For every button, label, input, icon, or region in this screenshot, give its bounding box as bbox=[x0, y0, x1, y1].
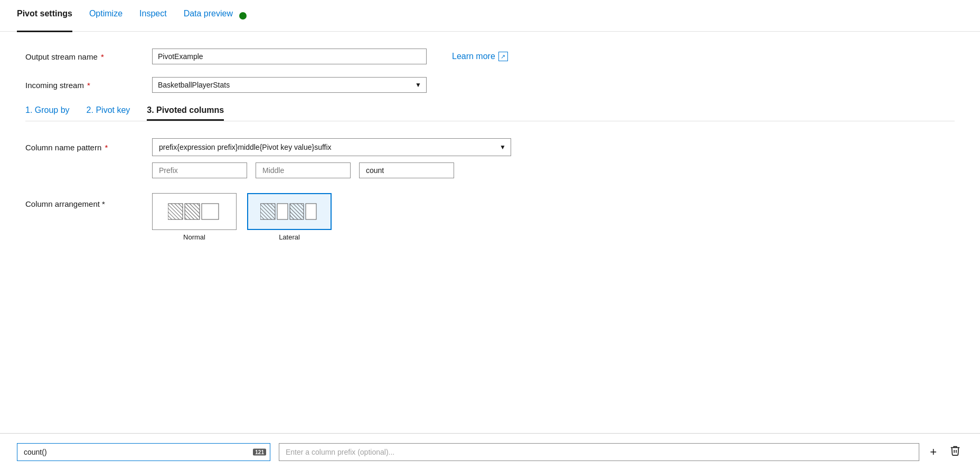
svg-rect-6 bbox=[277, 204, 288, 219]
bottom-bar: 121 + bbox=[0, 433, 980, 470]
arrangement-normal-card[interactable] bbox=[152, 193, 237, 230]
svg-rect-5 bbox=[260, 204, 275, 219]
arrangement-lateral[interactable]: Lateral bbox=[247, 193, 332, 241]
arrangement-normal[interactable]: Normal bbox=[152, 193, 237, 241]
prefix-input[interactable] bbox=[152, 162, 247, 178]
output-stream-row: Output stream name * Learn more ↗ bbox=[25, 49, 955, 64]
tab-optimize[interactable]: Optimize bbox=[89, 0, 123, 32]
normal-icon bbox=[168, 201, 221, 222]
lateral-icon bbox=[260, 201, 318, 222]
column-name-pattern-row: Column name pattern * prefix{expression … bbox=[25, 138, 955, 178]
output-stream-label: Output stream name * bbox=[25, 52, 152, 61]
column-name-pattern-select-wrapper: prefix{expression prefix}middle{Pivot ke… bbox=[152, 138, 511, 156]
section-tab-bar: 1. Group by 2. Pivot key 3. Pivoted colu… bbox=[25, 105, 955, 121]
trash-icon bbox=[949, 445, 961, 456]
delete-expression-button[interactable] bbox=[947, 443, 963, 462]
column-arrangement-section: Column arrangement * bbox=[25, 193, 955, 241]
suffix-input[interactable] bbox=[359, 162, 454, 178]
add-expression-button[interactable]: + bbox=[928, 443, 939, 461]
tab-pivot-settings[interactable]: Pivot settings bbox=[17, 0, 72, 32]
column-name-pattern-select[interactable]: prefix{expression prefix}middle{Pivot ke… bbox=[152, 138, 511, 156]
incoming-stream-label: Incoming stream * bbox=[25, 81, 152, 90]
svg-rect-3 bbox=[202, 204, 219, 219]
incoming-stream-select[interactable]: BasketballPlayerStats bbox=[152, 77, 427, 93]
section-tab-pivot-key[interactable]: 2. Pivot key bbox=[87, 105, 130, 121]
expression-input-wrapper: 121 bbox=[17, 443, 270, 461]
arrangement-normal-label: Normal bbox=[183, 233, 205, 241]
column-arrangement-label: Column arrangement * bbox=[25, 193, 152, 208]
section-tab-pivoted-columns[interactable]: 3. Pivoted columns bbox=[147, 105, 224, 121]
middle-input[interactable] bbox=[256, 162, 351, 178]
external-link-icon: ↗ bbox=[498, 52, 508, 61]
svg-rect-7 bbox=[290, 204, 304, 219]
svg-rect-8 bbox=[306, 204, 316, 219]
incoming-stream-required: * bbox=[87, 81, 90, 90]
tab-inspect[interactable]: Inspect bbox=[139, 0, 167, 32]
arrangement-options: Normal bbox=[152, 193, 332, 241]
expression-badge: 121 bbox=[253, 448, 266, 455]
top-tab-bar: Pivot settings Optimize Inspect Data pre… bbox=[0, 0, 980, 32]
incoming-stream-row: Incoming stream * BasketballPlayerStats … bbox=[25, 77, 955, 93]
arrangement-lateral-label: Lateral bbox=[279, 233, 300, 241]
output-stream-required: * bbox=[101, 52, 104, 61]
incoming-stream-select-wrapper: BasketballPlayerStats ▼ bbox=[152, 77, 427, 93]
svg-rect-1 bbox=[168, 204, 183, 219]
column-name-pattern-label: Column name pattern * bbox=[25, 143, 152, 152]
column-arrangement-required: * bbox=[102, 199, 105, 208]
expression-input[interactable] bbox=[17, 443, 270, 461]
column-prefix-input[interactable] bbox=[279, 443, 919, 461]
column-name-pattern-required: * bbox=[105, 143, 108, 152]
tab-data-preview[interactable]: Data preview bbox=[184, 0, 233, 32]
output-stream-input[interactable] bbox=[152, 49, 427, 64]
data-preview-status-dot bbox=[239, 12, 247, 20]
arrangement-lateral-card[interactable] bbox=[247, 193, 332, 230]
pattern-fields bbox=[152, 162, 454, 178]
main-content: Output stream name * Learn more ↗ Incomi… bbox=[0, 32, 980, 258]
svg-rect-2 bbox=[185, 204, 200, 219]
pivoted-columns-content: Column name pattern * prefix{expression … bbox=[25, 121, 955, 241]
learn-more-link[interactable]: Learn more ↗ bbox=[452, 52, 508, 61]
section-tab-group-by[interactable]: 1. Group by bbox=[25, 105, 70, 121]
